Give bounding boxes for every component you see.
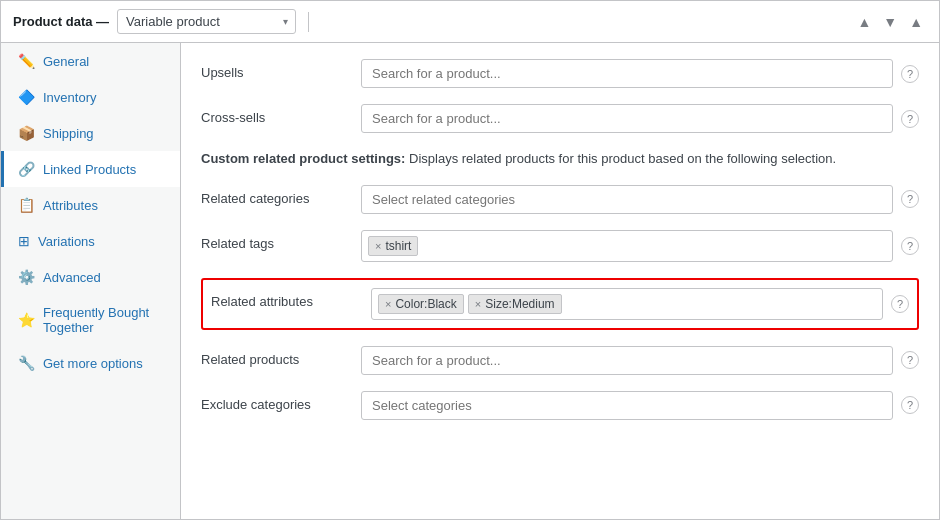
crosssells-label: Cross-sells [201,104,361,125]
related-tags-input[interactable]: × tshirt [361,230,893,262]
crosssells-field: ? [361,104,919,133]
sidebar-item-advanced[interactable]: ⚙️ Advanced [1,259,180,295]
upsells-input[interactable] [361,59,893,88]
related-categories-row: Related categories ? [201,185,919,214]
header-divider [308,12,309,32]
related-categories-input[interactable] [361,185,893,214]
tag-tshirt-label: tshirt [385,239,411,253]
crosssells-help-icon[interactable]: ? [901,110,919,128]
attributes-icon: 📋 [18,197,35,213]
exclude-categories-field: ? [361,391,919,420]
sidebar-item-linked-products-label: Linked Products [43,162,136,177]
product-type-select[interactable]: Variable product Simple product Grouped … [117,9,296,34]
nav-up-button[interactable]: ▲ [853,12,875,32]
sidebar-item-frequently-bought[interactable]: ⭐ Frequently Bought Together [1,295,180,345]
related-products-input[interactable] [361,346,893,375]
related-products-field: ? [361,346,919,375]
sidebar-item-frequently-bought-label: Frequently Bought Together [43,305,166,335]
nav-down-button[interactable]: ▼ [879,12,901,32]
related-attributes-label: Related attributes [211,288,371,309]
get-more-icon: 🔧 [18,355,35,371]
product-data-title: Product data — [13,14,109,29]
exclude-categories-input[interactable] [361,391,893,420]
product-data-header: Product data — Variable product Simple p… [1,1,939,43]
tag-size-medium-label: Size:Medium [485,297,554,311]
crosssells-input[interactable] [361,104,893,133]
related-products-row: Related products ? [201,346,919,375]
exclude-categories-label: Exclude categories [201,391,361,412]
related-tags-field: × tshirt ? [361,230,919,262]
sidebar-item-get-more-label: Get more options [43,356,143,371]
variations-icon: ⊞ [18,233,30,249]
related-categories-help-icon[interactable]: ? [901,190,919,208]
product-data-body: ✏️ General 🔷 Inventory 📦 Shipping 🔗 Link… [1,43,939,519]
linked-products-icon: 🔗 [18,161,35,177]
sidebar-item-linked-products[interactable]: 🔗 Linked Products [1,151,180,187]
tag-color-black: × Color:Black [378,294,464,314]
general-icon: ✏️ [18,53,35,69]
sidebar-item-advanced-label: Advanced [43,270,101,285]
sidebar-item-general[interactable]: ✏️ General [1,43,180,79]
inventory-icon: 🔷 [18,89,35,105]
tag-tshirt: × tshirt [368,236,418,256]
main-content: Upsells ? Cross-sells ? Custom related p… [181,43,939,519]
exclude-categories-row: Exclude categories ? [201,391,919,420]
upsells-help-icon[interactable]: ? [901,65,919,83]
custom-related-info: Custom related product settings: Display… [201,149,919,169]
sidebar-item-inventory[interactable]: 🔷 Inventory [1,79,180,115]
tag-color-black-label: Color:Black [395,297,456,311]
tag-size-medium-remove[interactable]: × [475,298,481,310]
tag-tshirt-remove[interactable]: × [375,240,381,252]
product-type-select-wrap: Variable product Simple product Grouped … [117,9,296,34]
product-data-container: Product data — Variable product Simple p… [0,0,940,520]
sidebar-item-general-label: General [43,54,89,69]
sidebar-item-variations-label: Variations [38,234,95,249]
related-categories-label: Related categories [201,185,361,206]
upsells-field: ? [361,59,919,88]
related-attributes-input[interactable]: × Color:Black × Size:Medium [371,288,883,320]
sidebar-item-variations[interactable]: ⊞ Variations [1,223,180,259]
frequently-bought-icon: ⭐ [18,312,35,328]
tag-color-black-remove[interactable]: × [385,298,391,310]
advanced-icon: ⚙️ [18,269,35,285]
sidebar-item-attributes[interactable]: 📋 Attributes [1,187,180,223]
related-tags-row: Related tags × tshirt ? [201,230,919,262]
tag-size-medium: × Size:Medium [468,294,562,314]
related-products-help-icon[interactable]: ? [901,351,919,369]
exclude-categories-help-icon[interactable]: ? [901,396,919,414]
header-nav-buttons: ▲ ▼ ▲ [853,12,927,32]
sidebar-item-inventory-label: Inventory [43,90,96,105]
collapse-button[interactable]: ▲ [905,12,927,32]
shipping-icon: 📦 [18,125,35,141]
sidebar-item-attributes-label: Attributes [43,198,98,213]
related-attributes-field: × Color:Black × Size:Medium ? [371,288,909,320]
related-attributes-highlighted-row: Related attributes × Color:Black × Size:… [201,278,919,330]
sidebar: ✏️ General 🔷 Inventory 📦 Shipping 🔗 Link… [1,43,181,519]
sidebar-item-get-more[interactable]: 🔧 Get more options [1,345,180,381]
related-tags-help-icon[interactable]: ? [901,237,919,255]
sidebar-item-shipping[interactable]: 📦 Shipping [1,115,180,151]
upsells-row: Upsells ? [201,59,919,88]
crosssells-row: Cross-sells ? [201,104,919,133]
upsells-label: Upsells [201,59,361,80]
sidebar-item-shipping-label: Shipping [43,126,94,141]
related-attributes-help-icon[interactable]: ? [891,295,909,313]
related-categories-field: ? [361,185,919,214]
related-products-label: Related products [201,346,361,367]
related-tags-label: Related tags [201,230,361,251]
related-attributes-row: Related attributes × Color:Black × Size:… [211,288,909,320]
